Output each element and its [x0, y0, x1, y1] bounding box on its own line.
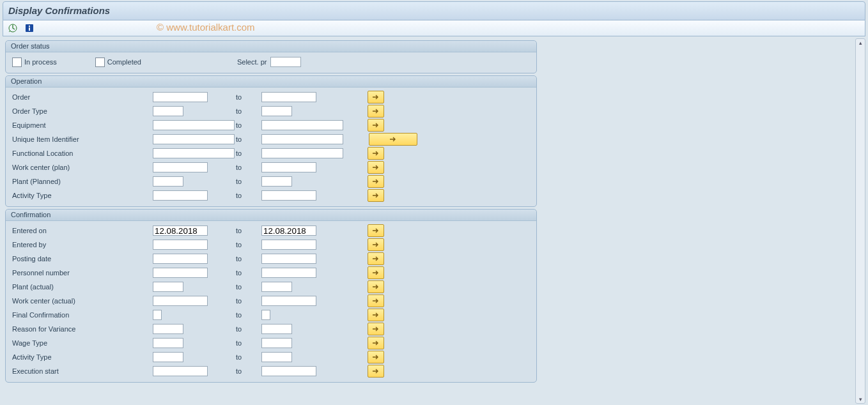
svg-rect-3: [29, 27, 30, 31]
selection-row: Plant (Planned)to: [12, 174, 532, 188]
scroll-down-icon[interactable]: ▾: [856, 396, 864, 402]
app-toolbar: © www.tutorialkart.com: [3, 20, 865, 36]
input-from[interactable]: [153, 176, 183, 187]
field-label: Reason for Variance: [12, 325, 153, 333]
selection-row: Final Confirmationto: [12, 308, 532, 322]
input-from[interactable]: [153, 366, 208, 376]
field-label: Equipment: [12, 121, 153, 129]
input-to[interactable]: [261, 190, 316, 201]
input-to[interactable]: [261, 225, 316, 236]
input-from[interactable]: [153, 190, 208, 201]
label-to: to: [236, 255, 242, 263]
watermark-text: © www.tutorialkart.com: [157, 22, 255, 33]
multiple-selection-button[interactable]: [368, 337, 384, 349]
label-to: to: [236, 339, 242, 347]
multiple-selection-button[interactable]: [368, 351, 384, 363]
multiple-selection-button[interactable]: [368, 161, 384, 174]
label-to: to: [236, 269, 242, 277]
input-from[interactable]: [153, 324, 183, 334]
info-button[interactable]: [22, 22, 36, 34]
input-from[interactable]: [153, 120, 235, 130]
arrow-right-icon: [372, 340, 380, 346]
input-to[interactable]: [261, 176, 292, 187]
field-label: Order Type: [12, 107, 153, 115]
input-from[interactable]: [153, 92, 208, 102]
multiple-selection-button[interactable]: [368, 365, 384, 378]
multiple-selection-button[interactable]: [368, 280, 384, 293]
arrow-right-icon: [372, 122, 380, 128]
input-to[interactable]: [261, 134, 343, 144]
multiple-selection-button[interactable]: [368, 238, 384, 251]
input-from[interactable]: [153, 254, 208, 264]
input-from[interactable]: [153, 148, 235, 158]
arrow-right-icon: [372, 256, 380, 262]
label-to: to: [236, 241, 242, 248]
multiple-selection-button[interactable]: [368, 323, 384, 335]
input-from[interactable]: [153, 162, 208, 172]
multiple-selection-button[interactable]: [368, 175, 384, 188]
input-to[interactable]: [261, 162, 316, 172]
selection-row: Entered onto: [12, 224, 532, 238]
input-to[interactable]: [261, 282, 292, 292]
input-from[interactable]: [153, 240, 208, 250]
vertical-scrollbar[interactable]: ▴ ▾: [855, 38, 865, 404]
input-to[interactable]: [261, 254, 316, 264]
input-to[interactable]: [261, 338, 292, 348]
field-label: Unique Item Identifier: [12, 135, 153, 143]
input-from[interactable]: [153, 268, 208, 278]
scroll-up-icon[interactable]: ▴: [856, 40, 864, 46]
label-in-process: In process: [24, 58, 57, 66]
arrow-right-icon: [372, 241, 380, 248]
execute-button[interactable]: [6, 22, 20, 34]
label-to: to: [236, 121, 242, 129]
input-to[interactable]: [261, 324, 292, 334]
label-to: to: [236, 192, 242, 199]
input-to[interactable]: [261, 106, 292, 116]
field-label: Final Confirmation: [12, 311, 153, 319]
selection-row: Activity Typeto: [12, 350, 532, 364]
input-from[interactable]: [153, 106, 183, 116]
input-to[interactable]: [261, 268, 316, 278]
multiple-selection-button[interactable]: [368, 309, 384, 321]
input-to[interactable]: [261, 296, 316, 306]
multiple-selection-button[interactable]: [368, 252, 384, 265]
multiple-selection-button[interactable]: [368, 266, 384, 279]
selection-row: Activity Typeto: [12, 188, 532, 202]
input-from[interactable]: [153, 296, 208, 306]
input-from[interactable]: [153, 282, 183, 292]
input-from[interactable]: [153, 352, 183, 362]
input-to[interactable]: [261, 310, 270, 320]
label-to: to: [236, 164, 242, 171]
execute-icon: [8, 24, 17, 33]
input-to[interactable]: [261, 92, 316, 102]
arrow-right-icon: [372, 354, 380, 360]
input-select-profile[interactable]: [270, 57, 301, 67]
multiple-selection-button[interactable]: [368, 147, 384, 160]
field-label: Wage Type: [12, 339, 153, 347]
multiple-selection-button[interactable]: [368, 105, 384, 118]
multiple-selection-button[interactable]: [368, 189, 384, 202]
input-to[interactable]: [261, 240, 316, 250]
input-from[interactable]: [153, 134, 235, 144]
field-label: Functional Location: [12, 149, 153, 157]
field-label: Entered on: [12, 227, 153, 234]
input-from[interactable]: [153, 338, 183, 348]
arrow-right-icon: [389, 136, 397, 142]
checkbox-in-process[interactable]: [12, 57, 22, 67]
input-from[interactable]: [153, 310, 162, 320]
input-to[interactable]: [261, 120, 343, 130]
selection-row: Execution startto: [12, 364, 532, 378]
multiple-selection-button[interactable]: [368, 91, 384, 103]
multiple-selection-button[interactable]: [369, 133, 417, 146]
arrow-right-icon: [372, 108, 380, 114]
checkbox-completed[interactable]: [95, 57, 105, 67]
multiple-selection-button[interactable]: [368, 294, 384, 307]
input-to[interactable]: [261, 352, 292, 362]
multiple-selection-button[interactable]: [368, 224, 384, 237]
input-from[interactable]: [153, 225, 208, 236]
selection-row: Unique Item Identifierto: [12, 132, 532, 146]
input-to[interactable]: [261, 366, 316, 376]
multiple-selection-button[interactable]: [368, 119, 384, 132]
field-label: Order: [12, 93, 153, 101]
input-to[interactable]: [261, 148, 343, 158]
